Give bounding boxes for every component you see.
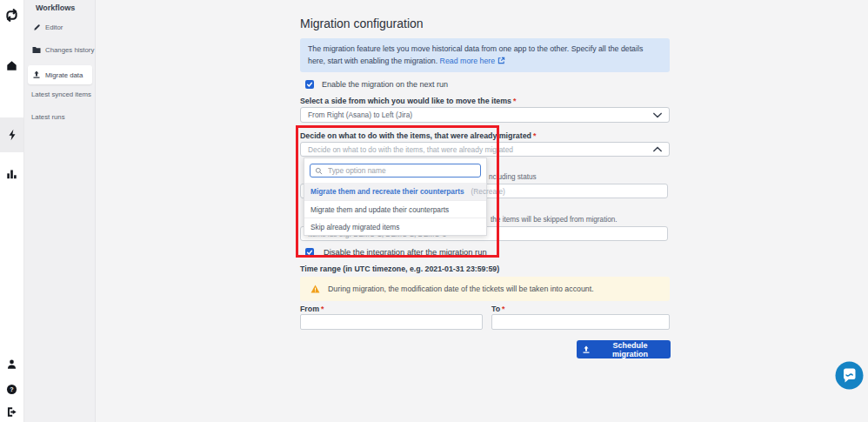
svg-text:?: ? xyxy=(10,386,13,393)
lightning-icon xyxy=(7,129,17,141)
sidebar-item-label: Latest runs xyxy=(31,113,65,121)
time-range-label: Time range (in UTC timezone, e.g. 2021-0… xyxy=(300,265,499,273)
to-input[interactable] xyxy=(491,314,670,330)
from-label: From* xyxy=(300,305,324,313)
app-logo[interactable] xyxy=(0,4,23,25)
required-marker: * xyxy=(533,131,536,140)
page-title: Migration configuration xyxy=(300,17,424,30)
rail-stats-button[interactable] xyxy=(0,164,23,184)
disable-integration-label: Disable the integration after the migrat… xyxy=(324,247,487,257)
disable-integration-row: Disable the integration after the migrat… xyxy=(305,247,487,257)
warning-banner: During migration, the modification date … xyxy=(300,277,670,301)
dropdown-option-recreate[interactable]: Migrate them and recreate their counterp… xyxy=(304,183,486,200)
sidebar-item-label: Migrate data xyxy=(45,71,83,79)
rail-help-button[interactable]: ? xyxy=(0,378,23,399)
enable-migration-row: Enable the migration on the next run xyxy=(305,80,448,89)
obscured-label-fragment-status: ncluding status xyxy=(489,173,537,181)
sidebar-item-latest-synced-items[interactable]: Latest synced items xyxy=(31,90,91,98)
sidebar-item-label: Editor xyxy=(45,23,63,31)
to-label: To* xyxy=(491,305,505,313)
pencil-icon xyxy=(32,23,41,31)
sidebar-title: Workflows xyxy=(36,3,75,12)
folder-icon xyxy=(32,46,41,54)
external-link-icon xyxy=(497,57,505,64)
chevron-up-icon xyxy=(653,146,662,152)
rail-account-button[interactable] xyxy=(0,353,23,374)
required-marker: * xyxy=(321,305,324,313)
chevron-down-icon xyxy=(653,112,662,118)
sidebar-item-label: Latest synced items xyxy=(31,90,91,98)
sidebar-item-editor[interactable]: Editor xyxy=(32,23,63,31)
exalate-logo-icon xyxy=(4,8,19,23)
warning-text: During migration, the modification date … xyxy=(328,285,594,293)
workflows-sidebar: Workflows Editor Changes history Migrate… xyxy=(24,0,96,422)
upload-icon xyxy=(32,70,41,79)
search-icon xyxy=(315,167,323,175)
warning-icon xyxy=(310,285,320,293)
rail-home-button[interactable] xyxy=(0,55,23,76)
option-search-box[interactable] xyxy=(310,164,481,178)
decide-select-dropdown: Migrate them and recreate their counterp… xyxy=(304,157,487,236)
decide-select[interactable]: Decide on what to do with the items, tha… xyxy=(300,142,670,157)
decide-select-label: Decide on what to do with the items, tha… xyxy=(300,131,536,140)
info-banner: The migration feature lets you move hist… xyxy=(300,38,670,72)
bar-chart-icon xyxy=(6,169,17,179)
side-select[interactable]: From Right (Asana) to Left (Jira) xyxy=(300,107,670,123)
disable-integration-checkbox[interactable] xyxy=(305,248,314,257)
rail-workflows-button[interactable] xyxy=(0,117,23,152)
required-marker: * xyxy=(502,305,504,313)
upload-icon xyxy=(582,345,591,354)
obscured-label-fragment-skipped: the items will be skipped from migration… xyxy=(491,216,618,224)
sidebar-item-migrate-data[interactable]: Migrate data xyxy=(28,65,92,84)
required-marker: * xyxy=(513,97,516,105)
sidebar-item-changes-history[interactable]: Changes history xyxy=(32,46,94,54)
help-icon: ? xyxy=(6,384,17,395)
read-more-link[interactable]: Read more here xyxy=(440,57,496,65)
side-select-value: From Right (Asana) to Left (Jira) xyxy=(308,111,412,119)
dropdown-option-skip[interactable]: Skip already migrated items xyxy=(304,218,486,235)
dropdown-option-update[interactable]: Migrate them and update their counterpar… xyxy=(304,200,486,218)
side-select-label: Select a side from which you would like … xyxy=(300,97,516,105)
logout-icon xyxy=(6,406,17,418)
chat-icon xyxy=(835,361,864,390)
rail-logout-button[interactable] xyxy=(0,401,23,422)
chat-launcher-button[interactable] xyxy=(835,361,864,390)
from-input[interactable] xyxy=(300,314,483,330)
decide-select-placeholder: Decide on what to do with the items, tha… xyxy=(308,145,513,154)
option-search-input[interactable] xyxy=(326,165,476,176)
user-icon xyxy=(6,358,17,370)
enable-migration-label: Enable the migration on the next run xyxy=(322,80,448,89)
schedule-migration-button[interactable]: Schedule migration xyxy=(577,340,671,358)
sidebar-item-label: Changes history xyxy=(45,46,94,54)
enable-migration-checkbox[interactable] xyxy=(305,80,314,89)
schedule-migration-label: Schedule migration xyxy=(595,341,665,358)
option-hint: (Recreate) xyxy=(471,187,505,196)
home-icon xyxy=(6,60,17,71)
sidebar-item-latest-runs[interactable]: Latest runs xyxy=(31,113,65,121)
icon-rail: ? xyxy=(0,0,24,422)
